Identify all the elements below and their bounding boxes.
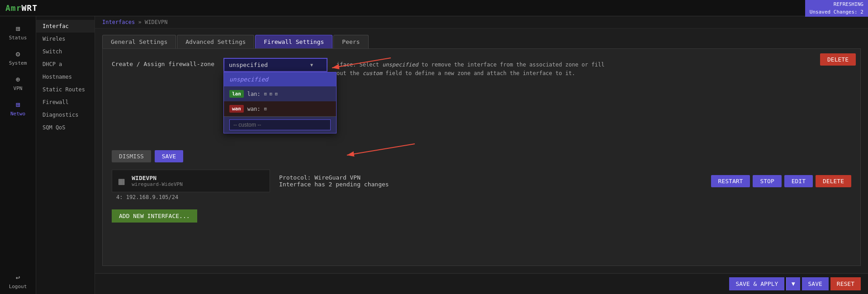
interface-delete-button[interactable]: DELETE bbox=[816, 175, 851, 187]
sidebar-label-vpn: VPN bbox=[14, 85, 23, 91]
sub-sidebar-item-static-routes[interactable]: Static Routes bbox=[36, 83, 95, 96]
sidebar-item-system[interactable]: ⚙ System bbox=[0, 45, 36, 71]
interface-pending: Interface has 2 pending changes bbox=[279, 181, 389, 188]
bottom-reset-button[interactable]: RESET bbox=[830, 277, 861, 290]
tab-general[interactable]: General Settings bbox=[102, 35, 176, 48]
breadcrumb: Interfaces » WIDEVPN bbox=[95, 16, 868, 28]
breadcrumb-current: WIDEVPN bbox=[145, 19, 168, 25]
sub-sidebar-item-hostnames[interactable]: Hostnames bbox=[36, 71, 95, 83]
logout-icon: ↩ bbox=[16, 273, 20, 282]
lan-badge: lan bbox=[229, 90, 244, 98]
lan-icons: ⊞ ⊞ ⊞ bbox=[264, 91, 278, 96]
custom-zone-input[interactable] bbox=[229, 119, 331, 130]
form-buttons: DISMISS SAVE bbox=[112, 150, 851, 162]
wan-badge: wan bbox=[229, 105, 244, 113]
restart-button[interactable]: RESTART bbox=[711, 175, 750, 187]
status-icon: ⊞ bbox=[16, 24, 20, 33]
tab-peers[interactable]: Peers bbox=[333, 35, 368, 48]
sub-sidebar-item-wireless[interactable]: Wireles bbox=[36, 33, 95, 45]
sidebar-item-logout[interactable]: ↩ Logout bbox=[0, 269, 36, 294]
sidebar-item-vpn[interactable]: ⊕ VPN bbox=[0, 71, 36, 96]
wan-icons: ⊞ bbox=[264, 106, 267, 111]
tab-advanced[interactable]: Advanced Settings bbox=[177, 35, 254, 48]
sub-sidebar: Interfac Wireles Switch DHCP a Hostnames… bbox=[36, 16, 95, 294]
sidebar-label-status: Status bbox=[9, 35, 27, 41]
edit-button[interactable]: EDIT bbox=[784, 175, 813, 187]
sub-sidebar-item-firewall[interactable]: Firewall bbox=[36, 96, 95, 109]
unsaved-label: Unsaved Changes: 2 bbox=[810, 9, 863, 16]
dropdown-item-unspecified[interactable]: unspecified bbox=[224, 72, 336, 86]
sub-sidebar-item-diagnostics[interactable]: Diagnostics bbox=[36, 109, 95, 121]
firewall-info-text: iface. Select unspecified to remove the … bbox=[337, 61, 608, 78]
save-apply-dropdown-button[interactable]: ▼ bbox=[786, 277, 800, 290]
interface-card-name: WIDEVPN bbox=[132, 175, 183, 181]
content: Interfaces » WIDEVPN General Settings Ad… bbox=[95, 16, 868, 294]
sub-sidebar-item-switch[interactable]: Switch bbox=[36, 45, 95, 58]
save-apply-button[interactable]: SAVE & APPLY bbox=[729, 277, 784, 290]
firewall-zone-control: unspecified ▼ unspecified lan lan: ⊞ ⊞ ⊞ bbox=[223, 58, 327, 72]
tab-content: DELETE Create / Assign firewall-zone uns… bbox=[102, 48, 861, 266]
bottom-bar: SAVE & APPLY ▼ SAVE RESET bbox=[95, 273, 868, 294]
save-button[interactable]: SAVE bbox=[155, 150, 183, 162]
tab-firewall[interactable]: Firewall Settings bbox=[255, 35, 332, 48]
interface-protocol: Protocol: WireGuard VPN bbox=[279, 174, 389, 181]
system-icon: ⚙ bbox=[16, 50, 20, 58]
dismiss-button[interactable]: DISMISS bbox=[112, 150, 151, 162]
sidebar-label-network: Netwo bbox=[10, 111, 25, 117]
vpn-icon: ⊕ bbox=[16, 75, 20, 84]
sub-sidebar-item-sqm[interactable]: SQM QoS bbox=[36, 121, 95, 134]
bottom-save-button[interactable]: SAVE bbox=[802, 277, 829, 290]
topbar: AmrWRT REFRESHING Unsaved Changes: 2 bbox=[0, 0, 868, 16]
firewall-zone-label: Create / Assign firewall-zone bbox=[112, 58, 214, 67]
interface-details: Protocol: WireGuard VPN Interface has 2 … bbox=[279, 174, 389, 188]
breadcrumb-parent[interactable]: Interfaces bbox=[102, 19, 135, 25]
firewall-zone-dropdown: unspecified lan lan: ⊞ ⊞ ⊞ wan wan: ⊞ bbox=[223, 72, 337, 133]
refresh-badge: REFRESHING Unsaved Changes: 2 bbox=[805, 0, 868, 17]
network-icon: ⊞ bbox=[16, 100, 20, 109]
dropdown-item-lan[interactable]: lan lan: ⊞ ⊞ ⊞ bbox=[224, 86, 336, 101]
interface-card-sub: wireguard-WideVPN bbox=[132, 181, 183, 187]
sidebar-item-network[interactable]: ⊞ Netwo bbox=[0, 96, 36, 121]
interface-section: ▦ WIDEVPN wireguard-WideVPN Protocol: Wi… bbox=[112, 170, 851, 223]
interface-ip: 4: 192.168.9.105/24 bbox=[112, 194, 851, 200]
interface-card-icon: ▦ bbox=[119, 175, 124, 187]
select-value: unspecified bbox=[229, 62, 268, 68]
refresh-label: REFRESHING bbox=[810, 1, 863, 9]
add-interface-button[interactable]: ADD NEW INTERFACE... bbox=[112, 209, 197, 223]
sidebar-label-logout: Logout bbox=[9, 284, 27, 289]
wan-label: wan: bbox=[247, 106, 261, 112]
dropdown-item-wan[interactable]: wan wan: ⊞ bbox=[224, 101, 336, 116]
stop-button[interactable]: STOP bbox=[753, 175, 781, 187]
lan-label: lan: bbox=[247, 91, 261, 97]
sidebar: ⊞ Status ⚙ System ⊕ VPN ⊞ Netwo ↩ Logout bbox=[0, 16, 36, 294]
sidebar-item-status[interactable]: ⊞ Status bbox=[0, 20, 36, 45]
dropdown-arrow-icon: ▼ bbox=[310, 62, 313, 67]
dropdown-unspecified-label: unspecified bbox=[229, 76, 268, 83]
interface-card: ▦ WIDEVPN wireguard-WideVPN bbox=[112, 170, 270, 192]
sub-sidebar-item-interfaces[interactable]: Interfac bbox=[36, 20, 95, 33]
interface-action-buttons: RESTART STOP EDIT DELETE bbox=[711, 175, 851, 187]
sub-sidebar-item-dhcp[interactable]: DHCP a bbox=[36, 58, 95, 71]
dropdown-item-custom bbox=[224, 116, 336, 133]
sidebar-label-system: System bbox=[9, 60, 27, 66]
logo: AmrWRT bbox=[5, 3, 38, 13]
breadcrumb-separator: » bbox=[138, 19, 141, 25]
firewall-zone-select[interactable]: unspecified ▼ bbox=[223, 58, 327, 72]
tabs: General Settings Advanced Settings Firew… bbox=[95, 28, 868, 48]
firewall-zone-row: Create / Assign firewall-zone unspecifie… bbox=[112, 58, 851, 78]
